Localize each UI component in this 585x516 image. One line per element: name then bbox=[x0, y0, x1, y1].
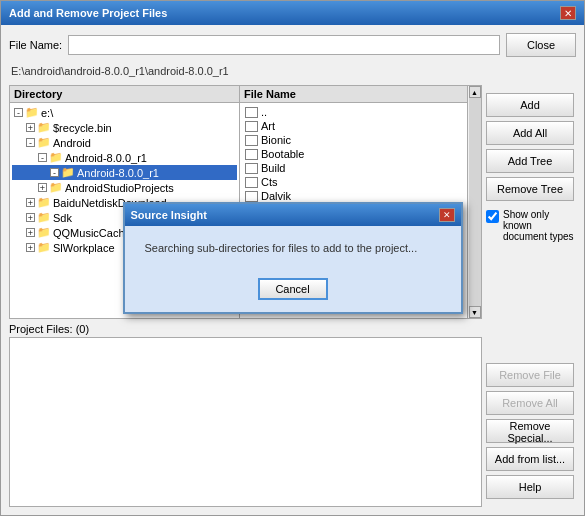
source-insight-modal: Source Insight ✕ Searching sub-directori… bbox=[123, 202, 463, 314]
modal-overlay: Source Insight ✕ Searching sub-directori… bbox=[1, 1, 584, 515]
modal-cancel-button[interactable]: Cancel bbox=[258, 278, 328, 300]
modal-body: Searching sub-directories for files to a… bbox=[125, 226, 461, 270]
main-dialog: Add and Remove Project Files ✕ File Name… bbox=[0, 0, 585, 516]
modal-title: Source Insight bbox=[131, 209, 207, 221]
modal-message: Searching sub-directories for files to a… bbox=[145, 242, 441, 254]
modal-title-bar: Source Insight ✕ bbox=[125, 204, 461, 226]
modal-close-button[interactable]: ✕ bbox=[439, 208, 455, 222]
modal-footer: Cancel bbox=[125, 270, 461, 312]
